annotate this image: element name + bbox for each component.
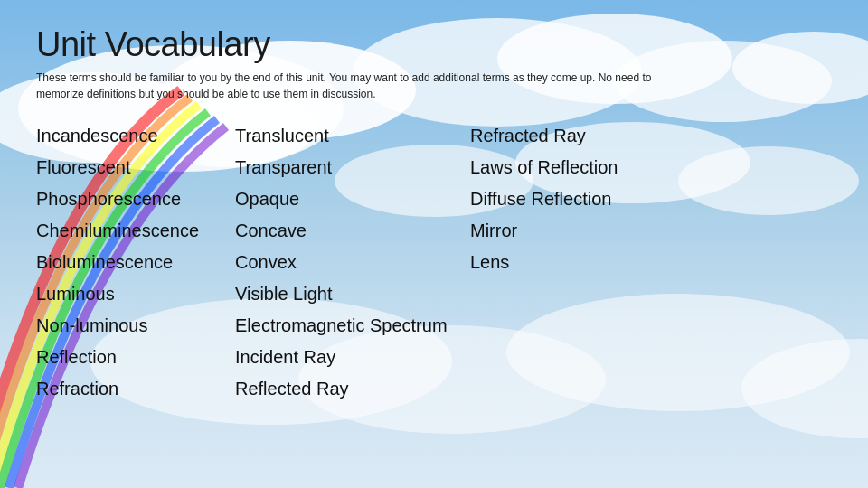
vocab-item: Luminous <box>36 280 235 308</box>
vocab-item: Translucent <box>235 122 470 150</box>
vocab-column-1: IncandescenceFluorescentPhosphorescenceC… <box>36 122 235 403</box>
vocab-item: Convex <box>235 249 470 277</box>
vocab-column-3: Refracted RayLaws of ReflectionDiffuse R… <box>470 122 705 403</box>
vocab-item: Concave <box>235 217 470 245</box>
vocab-item: Refracted Ray <box>470 122 705 150</box>
vocab-item: Phosphorescence <box>36 185 235 213</box>
vocab-item: Bioluminescence <box>36 249 235 277</box>
vocab-item: Transparent <box>235 154 470 182</box>
vocab-item: Opaque <box>235 185 470 213</box>
vocab-item: Reflected Ray <box>235 375 470 403</box>
vocab-item: Electromagnetic Spectrum <box>235 312 470 340</box>
vocab-item: Chemiluminescence <box>36 217 235 245</box>
vocab-column-2: TranslucentTransparentOpaqueConcaveConve… <box>235 122 470 403</box>
page-title: Unit Vocabulary <box>36 25 832 64</box>
page-subtitle: These terms should be familiar to you by… <box>36 70 669 102</box>
vocab-item: Fluorescent <box>36 154 235 182</box>
vocab-item: Incandescence <box>36 122 235 150</box>
vocab-item: Reflection <box>36 343 235 371</box>
vocab-item: Laws of Reflection <box>470 154 705 182</box>
vocab-item: Refraction <box>36 375 235 403</box>
vocab-item: Visible Light <box>235 280 470 308</box>
vocabulary-grid: IncandescenceFluorescentPhosphorescenceC… <box>36 122 832 403</box>
vocab-item: Mirror <box>470 217 705 245</box>
vocab-item: Diffuse Reflection <box>470 185 705 213</box>
vocab-item: Lens <box>470 249 705 277</box>
vocab-item: Non-luminous <box>36 312 235 340</box>
vocab-item: Incident Ray <box>235 343 470 371</box>
